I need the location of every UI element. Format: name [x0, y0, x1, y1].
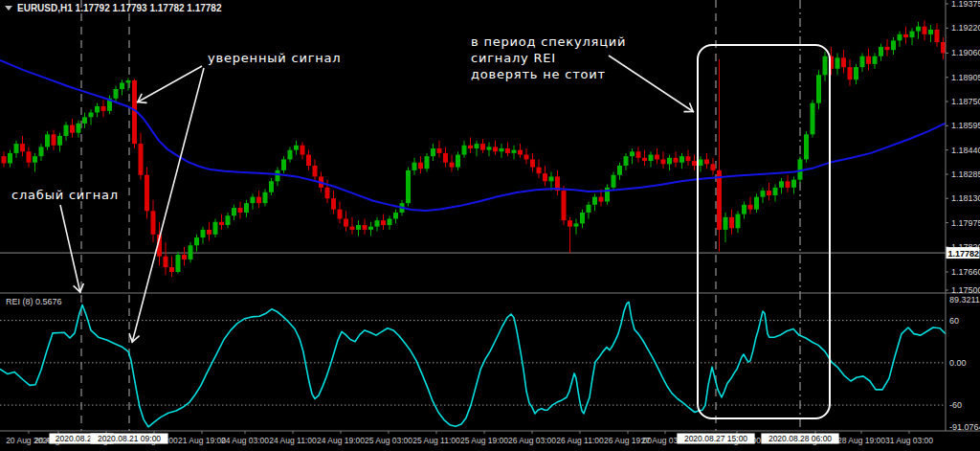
annotation-weak-signal[interactable]: слабый сигнал: [11, 188, 119, 202]
candle-bull: [77, 124, 81, 133]
candle-bear: [941, 42, 946, 53]
price-label: 1.18285: [951, 169, 980, 179]
annotation-arrow[interactable]: [132, 68, 204, 343]
candle-bear: [52, 134, 56, 145]
candle-bull: [356, 225, 361, 230]
candle-bull: [891, 40, 896, 50]
candle-bull: [39, 147, 44, 156]
candle-bull: [679, 156, 684, 163]
candle-bull: [126, 80, 131, 82]
candle-bear: [301, 146, 305, 155]
candle-bull: [773, 188, 778, 195]
candle-bear: [642, 158, 647, 161]
candle-bear: [841, 57, 846, 67]
rei-level-label: 60: [949, 316, 959, 326]
time-label: 25 Aug 19:00: [460, 436, 508, 445]
price-label: 1.18905: [951, 73, 980, 82]
time-label: 25 Aug 03:00: [365, 436, 412, 445]
candle-bull: [425, 156, 430, 169]
candle-bear: [2, 156, 7, 163]
candle-bear: [443, 153, 448, 163]
candle-bull: [33, 156, 37, 163]
candle-bull: [736, 214, 741, 229]
price-axis[interactable]: 1.193751.192201.190601.189051.187501.185…: [946, 0, 980, 295]
candle-bear: [169, 267, 174, 272]
candle-bull: [612, 175, 616, 188]
candle-bull: [823, 56, 828, 76]
candle-bull: [375, 220, 380, 227]
rei-indicator-label: REI (8) 0.5676: [6, 297, 62, 306]
price-label: 1.19375: [951, 0, 980, 9]
candle-bull: [176, 255, 181, 272]
symbol-dropdown-icon[interactable]: [5, 6, 12, 11]
price-label: 1.18750: [951, 97, 980, 106]
price-label: 1.18595: [951, 121, 980, 130]
candle-bull: [120, 82, 124, 89]
annotation-speculation[interactable]: в период спекуляций сигналу REI доверять…: [471, 34, 626, 81]
svg-text:сигналу REI: сигналу REI: [471, 51, 556, 65]
candle-bull: [617, 166, 622, 175]
candle-bull: [281, 159, 286, 169]
candle-bear: [70, 125, 75, 133]
svg-text:доверять не стоит: доверять не стоит: [471, 67, 606, 81]
candle-bear: [923, 27, 927, 34]
candle-bear: [729, 217, 734, 228]
time-label: 28 Aug 19:00: [837, 436, 885, 445]
candle-bull: [456, 155, 460, 168]
candle-bear: [717, 170, 722, 230]
chart-canvas[interactable]: 89.3211600.00-60-91.0764 1.193751.192201…: [0, 0, 980, 451]
candle-bear: [686, 156, 691, 161]
candle-bear: [748, 205, 753, 210]
time-label: 24 Aug 03:00: [221, 436, 269, 445]
price-label: 1.18130: [951, 193, 980, 203]
annotation-arrow[interactable]: [137, 66, 202, 102]
candle-bull: [816, 75, 821, 102]
candle-bull: [226, 215, 231, 225]
candle-bull: [512, 150, 517, 153]
event-vlines-layer: [81, 0, 800, 431]
candle-bear: [20, 144, 25, 151]
candle-bull: [630, 151, 635, 156]
time-label: 31 Aug 03:00: [885, 436, 933, 445]
mt4-chart-window: 89.3211600.00-60-91.0764 1.193751.192201…: [0, 0, 980, 451]
candle-bull: [368, 227, 373, 230]
candle-bull: [201, 230, 206, 237]
annotation-arrow[interactable]: [60, 205, 80, 293]
candle-bear: [935, 30, 940, 42]
highlight-box[interactable]: [698, 45, 830, 418]
candle-bear: [636, 151, 641, 158]
rei-indicator-layer: 89.3211600.00-60-91.0764: [0, 295, 980, 432]
candle-bull: [189, 245, 193, 259]
candle-bull: [95, 106, 100, 113]
candle-bull: [898, 34, 902, 41]
candle-bull: [873, 56, 878, 64]
candle-bull: [500, 148, 504, 151]
candle-bear: [505, 148, 510, 153]
annotation-arrow[interactable]: [609, 56, 694, 112]
time-label: 24 Aug 19:00: [317, 436, 365, 445]
candle-bear: [219, 222, 224, 225]
candle-bear: [866, 56, 871, 64]
price-label: 1.17975: [951, 218, 980, 228]
price-label: 1.17660: [951, 267, 980, 277]
annotation-strong-signal[interactable]: уверенный сигнал: [208, 51, 341, 65]
bid-price-value: 1.17782: [948, 249, 980, 259]
candle-bear: [338, 210, 343, 219]
candle-bear: [537, 168, 542, 174]
candle-bull: [854, 67, 858, 79]
candle-bear: [655, 155, 659, 160]
candle-bull: [549, 176, 554, 181]
candle-bear: [164, 257, 168, 267]
candle-bear: [145, 175, 149, 212]
candle-bull: [244, 203, 249, 213]
candle-bull: [14, 144, 19, 153]
candle-bull: [791, 180, 796, 188]
candle-bull: [860, 56, 865, 67]
candle-bull: [194, 237, 199, 245]
chart-title: EURUSD,H1 1.17792 1.17793 1.17782 1.1778…: [17, 3, 222, 13]
candle-bull: [269, 181, 274, 192]
moving-average-line: [0, 60, 946, 211]
candle-bull: [213, 222, 218, 235]
time-axis[interactable]: 20 Aug 202020 Aug 19:0021 Aug 03:0021 Au…: [6, 431, 933, 445]
candle-bull: [742, 205, 746, 214]
